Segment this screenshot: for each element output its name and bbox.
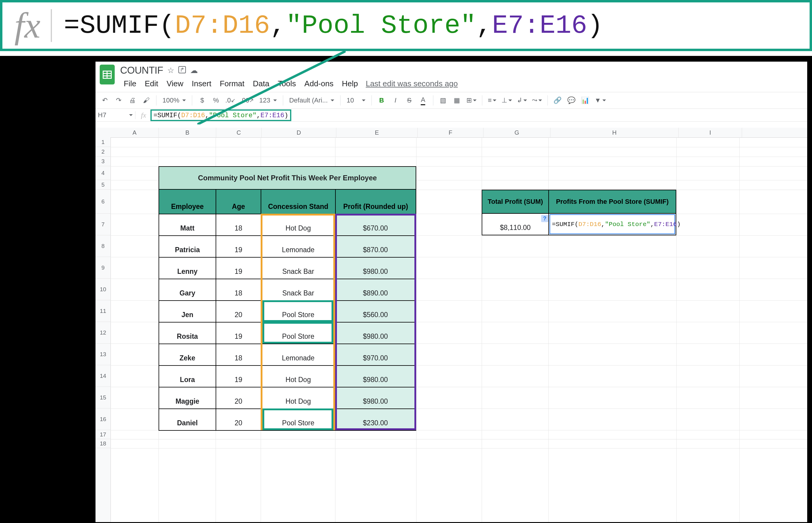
- table-row[interactable]: Jen 20 Pool Store $560.00: [159, 300, 416, 322]
- col-header-f[interactable]: F: [418, 128, 484, 137]
- cell-stand[interactable]: Hot Dog: [261, 387, 336, 409]
- borders-icon[interactable]: ▦: [451, 95, 464, 106]
- col-header-c[interactable]: C: [216, 128, 262, 137]
- cell-employee[interactable]: Lora: [159, 366, 216, 387]
- cell-age[interactable]: 19: [216, 257, 261, 278]
- col-header-h[interactable]: H: [550, 128, 679, 137]
- cell-age[interactable]: 18: [216, 214, 261, 235]
- h-align-icon[interactable]: ≡: [486, 95, 498, 106]
- table-row[interactable]: Lenny 19 Snack Bar $980.00: [159, 257, 416, 278]
- col-header-a[interactable]: A: [111, 128, 159, 137]
- paint-format-icon[interactable]: 🖌: [140, 95, 153, 106]
- table-row[interactable]: Rosita 19 Pool Store $980.00: [159, 322, 416, 344]
- row-header[interactable]: 15: [95, 387, 111, 409]
- font-size-select[interactable]: 10: [344, 96, 367, 104]
- spreadsheet-grid[interactable]: A B C D E F G H I 1 2 3 4 5 6 7 8 9 10 1…: [95, 128, 807, 522]
- col-header-b[interactable]: B: [159, 128, 216, 137]
- cell-age[interactable]: 19: [216, 236, 261, 257]
- cell-profit[interactable]: $980.00: [336, 323, 415, 344]
- row-header[interactable]: 7: [95, 214, 111, 235]
- sheets-logo-icon[interactable]: [100, 65, 115, 85]
- menu-data[interactable]: Data: [249, 78, 273, 90]
- menu-view[interactable]: View: [163, 78, 187, 90]
- menu-edit[interactable]: Edit: [141, 78, 162, 90]
- cell-stand[interactable]: Pool Store: [261, 301, 336, 322]
- cell-employee[interactable]: Rosita: [159, 323, 216, 344]
- col-header-d[interactable]: D: [262, 128, 336, 137]
- col-header-g[interactable]: G: [484, 128, 550, 137]
- cell-age[interactable]: 20: [216, 301, 261, 322]
- row-header[interactable]: 12: [95, 322, 111, 344]
- col-header-e[interactable]: E: [336, 128, 418, 137]
- percent-button[interactable]: %: [210, 95, 222, 106]
- italic-button[interactable]: I: [389, 95, 402, 106]
- table-row[interactable]: Gary 18 Snack Bar $890.00: [159, 278, 416, 300]
- cell-age[interactable]: 19: [216, 323, 261, 344]
- cell-age[interactable]: 20: [216, 387, 261, 409]
- row-header[interactable]: 17: [95, 430, 111, 439]
- row-header[interactable]: 1: [95, 137, 111, 147]
- table-row[interactable]: Lora 19 Hot Dog $980.00: [159, 365, 416, 387]
- menu-insert[interactable]: Insert: [188, 78, 215, 90]
- cell-profit[interactable]: $980.00: [336, 366, 415, 387]
- cell-total-profit[interactable]: $8,110.00: [482, 214, 549, 235]
- cell-employee[interactable]: Gary: [159, 279, 216, 300]
- cell-stand[interactable]: Snack Bar: [261, 257, 336, 278]
- row-header[interactable]: 5: [95, 180, 111, 190]
- cell-profit[interactable]: $890.00: [336, 279, 415, 300]
- formula-input[interactable]: =SUMIF(D7:D16,"Pool Store",E7:E16): [153, 112, 288, 119]
- table-row[interactable]: Patricia 19 Lemonade $870.00: [159, 235, 416, 257]
- row-header[interactable]: 8: [95, 235, 111, 257]
- cell-profit[interactable]: $980.00: [336, 387, 415, 409]
- document-title[interactable]: COUNTIF: [120, 65, 163, 76]
- strikethrough-button[interactable]: S: [403, 95, 416, 106]
- cell-profit[interactable]: $870.00: [336, 236, 415, 257]
- cell-employee[interactable]: Patricia: [159, 236, 216, 257]
- rotate-icon[interactable]: ⤳: [530, 95, 544, 106]
- cell-employee[interactable]: Jen: [159, 301, 216, 322]
- currency-button[interactable]: $: [196, 95, 208, 106]
- table-row[interactable]: Zeke 18 Lemonade $970.00: [159, 344, 416, 365]
- bold-button[interactable]: B: [375, 95, 388, 106]
- col-header-i[interactable]: I: [679, 128, 742, 137]
- cell-area[interactable]: Community Pool Net Profit This Week Per …: [111, 137, 807, 522]
- cell-profit[interactable]: $560.00: [336, 301, 415, 322]
- cell-stand[interactable]: Lemonade: [261, 236, 336, 257]
- number-format-select[interactable]: 123: [257, 96, 279, 104]
- menu-format[interactable]: Format: [216, 78, 248, 90]
- wrap-icon[interactable]: ↲: [515, 95, 529, 106]
- row-header[interactable]: 16: [95, 409, 111, 430]
- cell-profit[interactable]: $970.00: [336, 344, 415, 365]
- cell-age[interactable]: 19: [216, 366, 261, 387]
- comment-icon[interactable]: 💬: [565, 95, 578, 106]
- cell-sumif-editing[interactable]: ? =SUMIF(D7:D16,"Pool Store",E7:E16): [549, 214, 676, 235]
- zoom-select[interactable]: 100%: [160, 96, 188, 104]
- cell-age[interactable]: 20: [216, 409, 261, 430]
- last-edit-link[interactable]: Last edit was seconds ago: [366, 79, 458, 88]
- cell-employee[interactable]: Zeke: [159, 344, 216, 365]
- table-row[interactable]: Matt 18 Hot Dog $670.00: [159, 214, 416, 235]
- cell-age[interactable]: 18: [216, 344, 261, 365]
- print-icon[interactable]: 🖨: [126, 95, 139, 106]
- cell-age[interactable]: 18: [216, 279, 261, 300]
- row-header[interactable]: 3: [95, 157, 111, 166]
- link-icon[interactable]: 🔗: [551, 95, 564, 106]
- v-align-icon[interactable]: ⊥: [500, 95, 514, 106]
- table-row[interactable]: Daniel 20 Pool Store $230.00: [159, 409, 416, 430]
- cell-employee[interactable]: Daniel: [159, 409, 216, 430]
- move-icon[interactable]: [178, 67, 186, 74]
- editing-cell-input[interactable]: =SUMIF(D7:D16,"Pool Store",E7:E16): [550, 214, 675, 234]
- select-all-corner[interactable]: [95, 128, 111, 138]
- cell-employee[interactable]: Maggie: [159, 387, 216, 409]
- name-box[interactable]: H7: [95, 111, 135, 119]
- row-header[interactable]: 6: [95, 190, 111, 214]
- row-header[interactable]: 18: [95, 439, 111, 448]
- menu-file[interactable]: File: [120, 78, 140, 90]
- increase-decimal-button[interactable]: .00↗: [239, 95, 256, 106]
- cell-profit[interactable]: $670.00: [336, 214, 415, 235]
- cell-profit[interactable]: $980.00: [336, 257, 415, 278]
- cell-employee[interactable]: Lenny: [159, 257, 216, 278]
- menu-addons[interactable]: Add-ons: [301, 78, 337, 90]
- row-header[interactable]: 2: [95, 147, 111, 157]
- row-header[interactable]: 14: [95, 365, 111, 387]
